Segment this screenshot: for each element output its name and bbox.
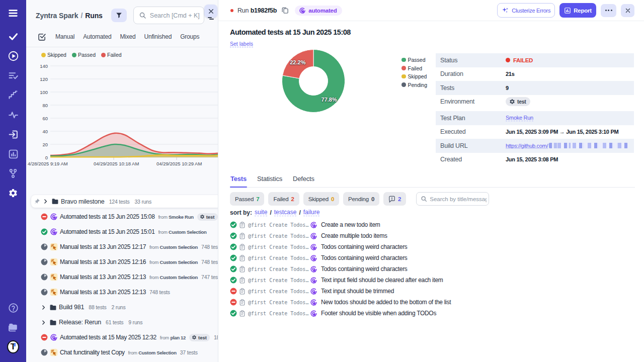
donut-failed-label: 22.2%: [290, 59, 305, 65]
svg-text:80: 80: [42, 103, 48, 108]
manual-icon: [50, 273, 58, 281]
import-run-icon[interactable]: [7, 128, 19, 140]
panel-close-button[interactable]: [204, 5, 217, 18]
test-row[interactable]: @first Create Todos… Create a new todo i…: [230, 219, 635, 230]
tests-search[interactable]: [416, 192, 489, 206]
close-run-button[interactable]: [621, 4, 634, 17]
branch-icon[interactable]: [7, 167, 19, 179]
runs-tab-automated[interactable]: Automated: [83, 33, 111, 40]
chevron-right-icon[interactable]: [41, 305, 48, 310]
details-row: Duration 21s: [436, 67, 634, 81]
test-row[interactable]: @first Create Todos… Todos containing we…: [230, 263, 635, 275]
test-status-passed-icon: [230, 265, 237, 273]
sort-by-failure[interactable]: failure: [303, 209, 320, 216]
legend-item-skipped[interactable]: Skipped: [41, 52, 66, 58]
runs-tab-manual[interactable]: Manual: [55, 33, 74, 40]
sort-by-testcase[interactable]: testcase: [274, 209, 297, 216]
donut-legend-passed[interactable]: Passed: [401, 57, 427, 63]
tab-tests[interactable]: Tests: [230, 175, 247, 187]
runs-tab-groups[interactable]: Groups: [180, 33, 199, 40]
test-row[interactable]: @first Create Todos… Todos containing we…: [230, 252, 635, 263]
detail-tabs: TestsStatisticsDefects: [230, 175, 635, 188]
runs-tab-mixed[interactable]: Mixed: [120, 33, 135, 40]
test-filters: Passed7Failed2Skipped0Pending02: [230, 192, 635, 206]
runs-list-run-row[interactable]: Automated tests at 15 May 2025 12:32 fro…: [26, 330, 218, 345]
more-actions-button[interactable]: [601, 4, 616, 17]
runs-list-folder-row[interactable]: Release: Rerun 61 tests 9 runs: [26, 315, 218, 330]
filter-button[interactable]: [111, 9, 127, 22]
redacted-url: [549, 143, 628, 148]
test-row[interactable]: @first Create Todos… Todos containing we…: [230, 241, 635, 252]
clipboard-icon: [239, 222, 246, 228]
runs-list-run-row[interactable]: Manual tests at 13 Jun 2025 12:13 748 te…: [26, 285, 218, 300]
sort-by-suite[interactable]: suite: [255, 209, 267, 216]
gear-icon[interactable]: [7, 187, 19, 199]
test-row[interactable]: @first Create Todos… Footer should be vi…: [230, 308, 635, 319]
run-tests-count: 18 tests: [214, 334, 218, 340]
list-check-icon[interactable]: [7, 69, 19, 81]
help-icon[interactable]: [7, 302, 19, 314]
test-title: Todos containing weird characters: [321, 254, 408, 261]
tests-list: @first Create Todos… Create a new todo i…: [230, 219, 635, 319]
donut-legend-pending[interactable]: Pending: [401, 82, 427, 88]
select-all-icon[interactable]: [37, 32, 46, 41]
test-plan-link[interactable]: Smoke Run: [506, 115, 533, 121]
details-label: Tests: [436, 84, 506, 92]
run-status-partial-icon: [41, 274, 48, 281]
test-suite: @first Create Todos…: [248, 222, 309, 228]
ellipsis-icon: [605, 10, 612, 11]
tab-statistics[interactable]: Statistics: [257, 175, 283, 187]
build-url-link[interactable]: https://github.com/: [506, 143, 548, 149]
test-row[interactable]: @first Create Todos… Text input should b…: [230, 286, 635, 297]
filter-skipped[interactable]: Skipped0: [303, 192, 339, 206]
tab-defects[interactable]: Defects: [292, 175, 315, 187]
legend-item-failed[interactable]: Failed: [101, 52, 122, 58]
filter-pending[interactable]: Pending0: [343, 192, 379, 206]
app-logo[interactable]: T: [7, 341, 19, 353]
filter-passed[interactable]: Passed7: [230, 192, 264, 206]
clusterize-errors-button[interactable]: Clusterize Errors: [497, 3, 555, 18]
bar-chart-icon[interactable]: [7, 148, 19, 160]
runs-list-run-row[interactable]: Chat functinality test Copy from Custom …: [26, 345, 218, 360]
set-labels-link[interactable]: Set labels: [230, 41, 253, 47]
filter-failed[interactable]: Failed2: [268, 192, 299, 206]
check-icon[interactable]: [7, 30, 19, 42]
test-row[interactable]: @first Create Todos… Create multiple tod…: [230, 230, 635, 241]
test-row[interactable]: @first Create Todos… Text input field sh…: [230, 275, 635, 286]
details-row: Environment test: [436, 95, 634, 109]
runs-list-folder-row[interactable]: Build 981 88 tests 2 runs: [26, 300, 218, 315]
run-status-partial-icon: [41, 289, 48, 296]
runs-list-run-row[interactable]: Manual tests at 13 Jun 2025 12:13 from C…: [26, 269, 218, 285]
runs-list-run-row[interactable]: Manual tests at 13 Jun 2025 12:16 from C…: [26, 254, 218, 269]
panel-search-input[interactable]: [150, 12, 200, 19]
runs-list-run-row[interactable]: Automated tests at 15 Jun 2025 15:08 fro…: [26, 209, 218, 224]
chevron-right-icon[interactable]: [43, 199, 50, 204]
activity-icon[interactable]: [7, 109, 19, 121]
run-id: b1982f5b: [251, 7, 277, 14]
test-suite: @first Create Todos…: [248, 278, 309, 283]
test-row[interactable]: @first Create Todos… New todos should be…: [230, 297, 635, 308]
search-icon: [139, 12, 146, 19]
steps-icon[interactable]: [7, 89, 19, 101]
details-label: Environment: [436, 98, 506, 105]
runs-list-folder-row[interactable]: Bravo milestone 124 tests 33 runs: [31, 195, 218, 208]
chevron-right-icon[interactable]: [41, 320, 48, 325]
play-circle-icon[interactable]: [7, 50, 19, 62]
filter-comments[interactable]: 2: [383, 192, 406, 206]
environment-chip[interactable]: test: [506, 97, 530, 106]
tests-search-input[interactable]: [430, 196, 487, 202]
runs-list-run-row[interactable]: Manual tests at 13 Jun 2025 12:17 from C…: [26, 239, 218, 254]
legend-item-passed[interactable]: Passed: [72, 52, 96, 58]
runs-tab-unfinished[interactable]: Unfinished: [144, 33, 172, 40]
panel-search[interactable]: [133, 7, 204, 24]
menu-icon[interactable]: [7, 7, 19, 19]
report-button[interactable]: Report: [559, 3, 596, 18]
project-name[interactable]: Zyntra Spark: [36, 12, 78, 20]
donut-legend-skipped[interactable]: Skipped: [401, 73, 427, 79]
donut-passed-label: 77.8%: [321, 97, 337, 103]
donut-legend-failed[interactable]: Failed: [401, 65, 427, 71]
folders-icon[interactable]: [7, 321, 19, 333]
runs-list-run-row[interactable]: Automated tests at 15 Jun 2025 15:01 fro…: [26, 224, 218, 239]
copy-run-id-button[interactable]: [281, 7, 289, 14]
run-type-badge[interactable]: automated: [295, 6, 342, 16]
